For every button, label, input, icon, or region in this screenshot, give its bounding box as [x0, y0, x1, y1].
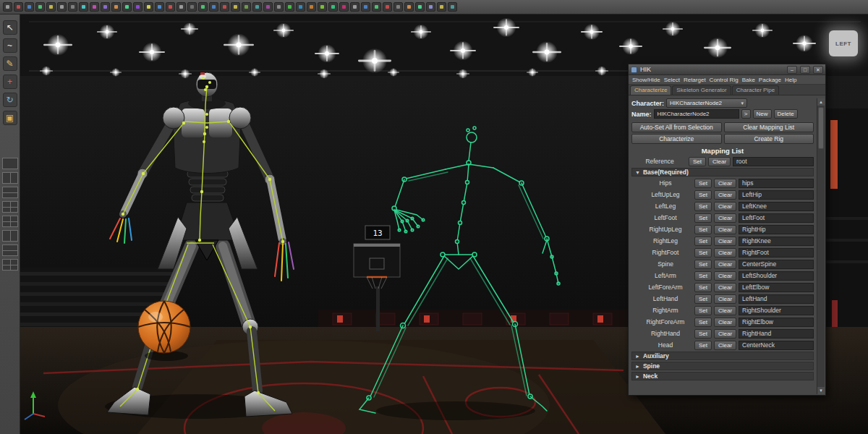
set-button[interactable]: Set [694, 225, 712, 234]
rotate-tool[interactable]: ↻ [3, 93, 17, 107]
scroll-up-icon[interactable]: ▲ [817, 98, 825, 106]
section-base-required[interactable]: ▼ Base(Required) [631, 168, 814, 176]
maximize-button[interactable]: □ [800, 66, 810, 74]
set-button[interactable]: Set [694, 283, 712, 292]
mapped-node-field[interactable]: RightShoulder [739, 306, 814, 315]
menu-bake[interactable]: Bake [742, 77, 755, 83]
menu-select[interactable]: Select [664, 77, 680, 83]
shelf-icon[interactable] [46, 2, 56, 12]
mapped-node-field[interactable]: LeftElbow [739, 283, 814, 292]
character-dropdown[interactable]: HIKCharacterNode2 ▾ [666, 98, 747, 108]
shelf-icon[interactable] [285, 2, 294, 12]
set-button[interactable]: Set [694, 271, 712, 281]
clear-button[interactable]: Clear [714, 306, 736, 315]
shelf-icon[interactable] [155, 2, 164, 12]
menu-package[interactable]: Package [759, 77, 781, 83]
shelf-icon[interactable] [209, 2, 218, 12]
clear-mapping-list-button[interactable]: Clear Mapping List [724, 122, 814, 132]
shelf-icon[interactable] [426, 2, 435, 12]
shelf-icon[interactable] [187, 2, 197, 12]
mapped-node-field[interactable]: RightHip [739, 225, 814, 234]
shelf-icon[interactable] [79, 2, 88, 12]
mapped-node-field[interactable]: RightFoot [739, 248, 814, 258]
shelf-icon[interactable] [176, 2, 186, 12]
clear-button[interactable]: Clear [714, 248, 736, 258]
scale-tool[interactable]: ▣ [3, 111, 17, 125]
shelf-icon[interactable] [350, 2, 359, 12]
set-button[interactable]: Set [694, 202, 712, 211]
set-button[interactable]: Set [694, 179, 712, 188]
shelf-icon[interactable] [437, 2, 446, 12]
shelf-icon[interactable] [318, 2, 327, 12]
tab-skeleton-generator[interactable]: Skeleton Generator [672, 85, 731, 95]
new-character-button[interactable]: New [753, 109, 772, 119]
mapped-node-field[interactable]: LeftHip [739, 190, 814, 200]
set-button[interactable]: Set [694, 341, 712, 350]
shelf-icon[interactable] [35, 2, 45, 12]
section-spine[interactable]: ►Spine [631, 362, 814, 370]
clear-button[interactable]: Clear [714, 260, 736, 269]
shelf-icon[interactable] [339, 2, 349, 12]
mapped-node-field[interactable]: CenterSpine [739, 260, 814, 269]
tab-character-pipe[interactable]: Character Pipe [732, 85, 779, 95]
mapped-node-field[interactable]: LeftKnee [739, 202, 814, 211]
scroll-down-icon[interactable]: ▼ [817, 387, 825, 394]
menu-help[interactable]: Help [785, 77, 796, 83]
shelf-icon[interactable] [242, 2, 251, 12]
clear-button[interactable]: Clear [714, 283, 736, 292]
menu-control-rig[interactable]: Control Rig [710, 77, 739, 83]
clear-button[interactable]: Clear [714, 237, 736, 246]
layout-button[interactable] [2, 244, 18, 256]
clear-button[interactable]: Clear [714, 294, 736, 304]
shelf-icon[interactable] [415, 2, 425, 12]
section-neck[interactable]: ►Neck [631, 372, 814, 380]
set-button[interactable]: Set [694, 237, 712, 246]
move-tool[interactable]: + [3, 75, 17, 89]
shelf-icon[interactable] [111, 2, 121, 12]
shelf-icon[interactable] [57, 2, 67, 12]
mapped-node-field[interactable]: LeftHand [739, 294, 814, 304]
mapped-node-field[interactable]: RightHand [739, 329, 814, 339]
shelf-icon[interactable] [393, 2, 403, 12]
shelf-icon[interactable] [25, 2, 34, 12]
section-auxiliary[interactable]: ►Auxiliary [631, 352, 814, 360]
shelf-icon[interactable] [231, 2, 240, 12]
shelf-icon[interactable] [101, 2, 110, 12]
shelf-icon[interactable] [263, 2, 273, 12]
clear-button[interactable]: Clear [714, 225, 736, 234]
select-tool[interactable]: ↖ [3, 20, 17, 35]
set-button[interactable]: Set [694, 260, 712, 269]
shelf-icon[interactable] [90, 2, 99, 12]
mapped-node-field[interactable]: LeftShoulder [739, 271, 814, 281]
layout-button[interactable] [2, 216, 18, 227]
shelf-icon[interactable] [274, 2, 284, 12]
shelf-icon[interactable] [198, 2, 208, 12]
characterize-button[interactable]: Characterize [631, 134, 722, 144]
shelf-icon[interactable] [3, 2, 12, 12]
hik-titlebar[interactable]: HIK – □ ✕ [629, 64, 825, 75]
set-button[interactable]: Set [694, 248, 712, 258]
expand-name-button[interactable]: > [741, 109, 751, 119]
scrollbar-thumb[interactable] [818, 107, 824, 149]
shelf-icon[interactable] [448, 2, 457, 12]
layout-button[interactable] [2, 158, 18, 169]
shelf-icon[interactable] [404, 2, 414, 12]
shelf-icon[interactable] [307, 2, 316, 12]
mapped-node-field[interactable]: CenterNeck [739, 341, 814, 350]
layout-button[interactable] [2, 187, 18, 198]
clear-button[interactable]: Clear [714, 190, 736, 200]
mapped-node-field[interactable]: root [733, 157, 814, 166]
lasso-select-tool[interactable]: ~ [3, 38, 17, 53]
shelf-icon[interactable] [144, 2, 153, 12]
clear-button[interactable]: Clear [714, 341, 736, 350]
clear-button[interactable]: Clear [714, 213, 736, 223]
layout-button[interactable] [2, 259, 18, 271]
set-button[interactable]: Set [694, 213, 712, 223]
shelf-icon[interactable] [122, 2, 132, 12]
mapped-node-field[interactable]: RightElbow [739, 318, 814, 327]
mapped-node-field[interactable]: LeftFoot [739, 213, 814, 223]
shelf-icon[interactable] [372, 2, 381, 12]
layout-button[interactable] [2, 230, 18, 242]
minimize-button[interactable]: – [787, 66, 797, 74]
layout-button[interactable] [2, 172, 18, 184]
